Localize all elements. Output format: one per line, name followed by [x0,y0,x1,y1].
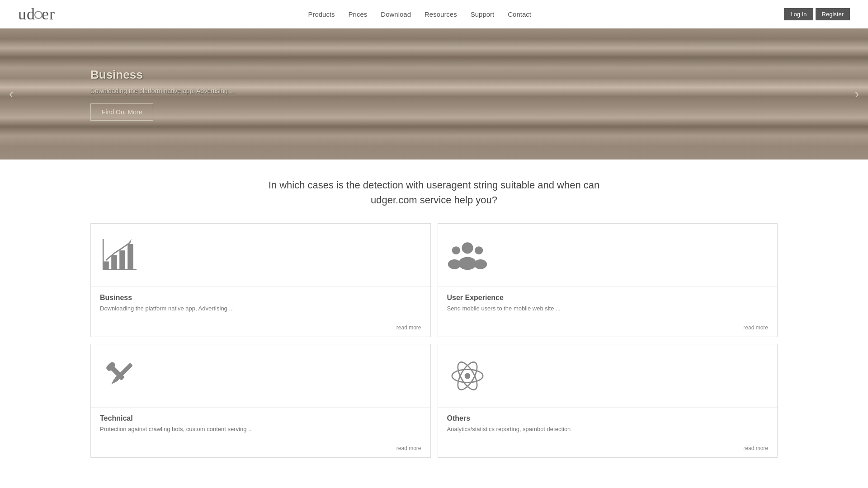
logo-circle [34,11,42,19]
hero-cta-button[interactable]: Find Out More [90,103,153,121]
card-others-readmore[interactable]: read more [743,445,768,451]
nav-resources[interactable]: Resources [425,10,457,18]
card-user-experience-title: User Experience [447,294,769,302]
card-technical-desc: Protection against crawling bots, custom… [100,425,421,433]
card-business-image [91,224,430,287]
card-technical-body: Technical Protection against crawling bo… [91,408,430,440]
card-user-experience-footer: read more [438,319,778,337]
card-technical: Technical Protection against crawling bo… [90,344,431,458]
nav-support[interactable]: Support [471,10,495,18]
main-content: In which cases is the detection with use… [0,160,868,476]
card-user-experience: User Experience Send mobile users to the… [438,223,778,337]
card-user-experience-body: User Experience Send mobile users to the… [438,287,778,319]
card-business-body: Business Downloading the platform native… [91,287,430,319]
card-technical-image [91,344,430,408]
card-user-experience-image [438,224,778,287]
logo[interactable]: uder [18,5,55,23]
tools-icon [100,356,141,396]
chart-icon [100,235,141,276]
hero-content: Business Downloading the platform native… [0,68,235,121]
header: uder Products Prices Download Resources … [0,0,868,28]
card-others-title: Others [447,414,769,422]
hero-next-button[interactable]: › [855,87,859,101]
login-button[interactable]: Log In [784,8,813,20]
section-title: In which cases is the detection with use… [90,178,778,207]
svg-point-9 [452,246,460,254]
svg-rect-0 [103,261,109,269]
main-nav: Products Prices Download Resources Suppo… [308,10,531,18]
header-actions: Log In Register [784,8,850,20]
card-business: Business Downloading the platform native… [90,223,431,337]
card-business-readmore[interactable]: read more [396,324,421,331]
hero-subtitle: Downloading the platform native app, Adv… [90,87,235,94]
card-business-desc: Downloading the platform native app, Adv… [100,305,421,313]
cards-grid: Business Downloading the platform native… [90,223,778,458]
svg-point-10 [448,259,461,269]
nav-prices[interactable]: Prices [349,10,368,18]
svg-point-17 [464,373,470,379]
card-user-experience-readmore[interactable]: read more [743,324,768,331]
card-technical-title: Technical [100,414,421,422]
card-user-experience-desc: Send mobile users to the mobile web site… [447,305,769,313]
svg-rect-2 [119,250,125,269]
svg-point-11 [475,246,483,254]
svg-rect-1 [111,255,117,270]
users-icon [447,235,488,276]
card-others: Others Analytics/statistics reporting, s… [438,344,778,458]
card-others-desc: Analytics/statistics reporting, spambot … [447,425,769,433]
card-others-footer: read more [438,440,778,457]
card-technical-readmore[interactable]: read more [396,445,421,451]
nav-products[interactable]: Products [308,10,335,18]
card-technical-footer: read more [91,440,430,457]
card-others-body: Others Analytics/statistics reporting, s… [438,408,778,440]
card-business-title: Business [100,294,421,302]
register-button[interactable]: Register [816,8,850,20]
card-business-footer: read more [91,319,430,337]
nav-download[interactable]: Download [381,10,411,18]
atom-icon [447,356,488,396]
nav-contact[interactable]: Contact [508,10,531,18]
hero-section: ‹ Business Downloading the platform nati… [0,28,868,160]
hero-title: Business [90,68,235,82]
svg-point-12 [474,259,487,269]
card-others-image [438,344,778,408]
hero-prev-button[interactable]: ‹ [9,87,13,101]
svg-point-8 [458,257,476,270]
svg-rect-3 [127,244,133,269]
svg-point-7 [462,242,473,253]
